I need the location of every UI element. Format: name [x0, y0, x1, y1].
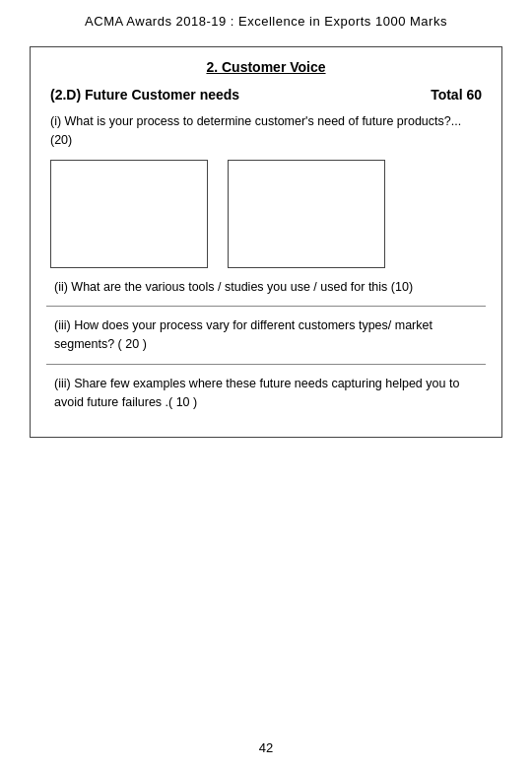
- main-content-box: 2. Customer Voice (2.D) Future Customer …: [30, 46, 502, 438]
- page-footer: 42: [0, 740, 532, 755]
- image-box-right: [228, 160, 385, 268]
- subsection-total: Total 60: [431, 87, 482, 103]
- question-3: (iii) How does your process vary for dif…: [54, 316, 478, 354]
- question-2-block: (ii) What are the various tools / studie…: [50, 278, 482, 297]
- subsection-label: (2.D) Future Customer needs: [50, 87, 239, 103]
- question-3-block: (iii) How does your process vary for dif…: [50, 316, 482, 354]
- section-title: 2. Customer Voice: [46, 59, 486, 75]
- question-2: (ii) What are the various tools / studie…: [54, 278, 478, 297]
- image-box-left: [50, 160, 208, 268]
- header-title: ACMA Awards 2018-19 : Excellence in Expo…: [85, 14, 447, 29]
- page-number: 42: [259, 740, 273, 755]
- question-4: (iii) Share few examples where these fut…: [54, 375, 478, 412]
- page-header: ACMA Awards 2018-19 : Excellence in Expo…: [0, 0, 532, 38]
- question-4-block: (iii) Share few examples where these fut…: [50, 375, 482, 412]
- divider-1: [46, 306, 486, 307]
- subsection-header: (2.D) Future Customer needs Total 60: [46, 87, 486, 103]
- image-row: [50, 160, 482, 268]
- question-1: (i) What is your process to determine cu…: [50, 112, 482, 150]
- divider-2: [46, 364, 486, 365]
